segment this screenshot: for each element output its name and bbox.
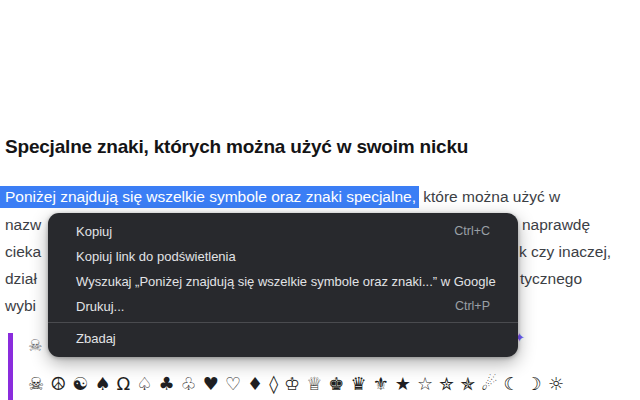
paragraph-fragment-right-2: naprawdę [522, 214, 590, 236]
symbol-sun: ☼ [548, 373, 564, 394]
symbol-fleur-de-lis: ⚜ [373, 373, 389, 394]
symbol-club-white: ♧ [181, 373, 197, 394]
menu-item-inspect[interactable]: Zbadaj [48, 326, 518, 351]
page-title: Specjalne znaki, których można użyć w sw… [5, 136, 468, 158]
symbol-peace: ☮ [50, 373, 66, 394]
paragraph-line-1: Poniżej znajdują się wszelkie symbole or… [0, 186, 560, 208]
context-menu: Kopiuj Ctrl+C Kopiuj link do podświetlen… [48, 213, 518, 357]
menu-item-label: Kopiuj link do podświetlenia [76, 244, 236, 269]
symbol-star-outlined: ✮ [439, 373, 454, 394]
symbol-star-pinwheel: ✯ [460, 373, 475, 394]
paragraph-fragment-left-4: dział [5, 268, 37, 290]
symbol-star-black: ★ [395, 373, 411, 394]
symbol-lozenge: ◊ [269, 373, 278, 394]
menu-shortcut: Ctrl+C [454, 219, 490, 244]
symbol-moon-last-quarter: ☾ [503, 373, 519, 394]
symbol-comet: ☄ [481, 373, 497, 394]
symbol-king-black: ♚ [328, 373, 344, 394]
partial-skull-symbol: ☠ [28, 336, 42, 355]
menu-item-label: Kopiuj [76, 219, 112, 244]
symbol-queen-black: ♛ [351, 373, 367, 394]
menu-item-copy[interactable]: Kopiuj Ctrl+C [48, 219, 518, 244]
symbol-club-black: ♣ [158, 373, 174, 394]
symbol-yinyang: ☯ [72, 373, 88, 394]
menu-item-label: Drukuj... [76, 294, 124, 319]
paragraph-fragment-left-2: nazw [5, 214, 41, 236]
symbol-skull: ☠ [28, 373, 44, 394]
blockquote-purple-bar [8, 333, 13, 400]
symbol-omega: Ω [117, 373, 131, 394]
menu-item-label: Zbadaj [76, 326, 116, 351]
menu-separator [48, 322, 518, 323]
menu-shortcut: Ctrl+P [455, 294, 490, 319]
symbol-heart-black: ♥ [203, 373, 219, 394]
symbol-spade-white: ♤ [136, 373, 152, 394]
menu-item-label: Wyszukaj „Poniżej znajdują się wszelkie … [76, 269, 496, 294]
paragraph-fragment-left-3: cieka [5, 241, 41, 263]
symbol-star-white: ☆ [417, 373, 433, 394]
symbol-spade-black: ♠ [94, 373, 110, 394]
symbol-moon-first-quarter: ☽ [526, 373, 542, 394]
symbol-heart-white: ♡ [225, 373, 241, 394]
symbol-queen-white: ♕ [306, 373, 322, 394]
symbol-diamond-black: ♦ [247, 373, 263, 394]
menu-item-search-google[interactable]: Wyszukaj „Poniżej znajdują się wszelkie … [48, 269, 518, 294]
menu-item-print[interactable]: Drukuj... Ctrl+P [48, 294, 518, 319]
special-symbols-row: ☠ ☮ ☯ ♠ Ω ♤ ♣ ♧ ♥ ♡ ♦ ◊ ♔ ♕ ♚ ♛ ⚜ ★ ☆ ✮ … [28, 373, 564, 394]
selected-text-highlight: Poniżej znajdują się wszelkie symbole or… [0, 186, 419, 208]
paragraph-text: które można użyć w [419, 188, 560, 205]
symbol-king-white: ♔ [284, 373, 300, 394]
paragraph-fragment-right-4: tycznego [520, 268, 582, 290]
menu-item-copy-link-to-highlight[interactable]: Kopiuj link do podświetlenia [48, 244, 518, 269]
paragraph-fragment-right-3: k czy inaczej, [519, 241, 611, 263]
paragraph-fragment-left-5: wybi [5, 295, 36, 317]
